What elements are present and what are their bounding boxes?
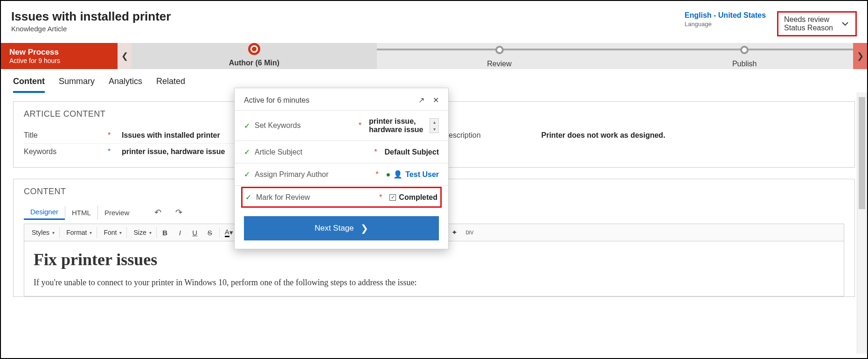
process-name-text: New Process [9, 48, 108, 57]
language-label: Language [685, 21, 766, 28]
stage-publish[interactable]: Publish [622, 44, 867, 68]
popout-icon[interactable]: ↗ [418, 96, 424, 105]
stage-dot [495, 46, 504, 54]
required-icon: * [375, 170, 378, 179]
description-value[interactable]: Printer does not work as designed. [542, 131, 666, 140]
page-subtitle: Knowledge Article [11, 25, 685, 33]
tab-related[interactable]: Related [156, 77, 185, 93]
check-icon: ✓ [244, 121, 250, 130]
toolbar-font[interactable]: Font▾ [99, 227, 127, 238]
checkbox-icon[interactable]: ✓ [389, 194, 396, 201]
language-field[interactable]: English - United States Language [685, 11, 766, 28]
flyout-row-label: Assign Primary Author [255, 170, 375, 179]
check-icon: ✓ [244, 170, 250, 179]
toolbar-size[interactable]: Size▾ [129, 227, 156, 238]
description-label: Description [444, 131, 528, 140]
flyout-row-value: Completed [399, 193, 437, 202]
flyout-row-value[interactable]: printer issue, hardware issue [369, 117, 439, 134]
flyout-title: Active for 6 minutes [244, 96, 310, 105]
required-icon: * [359, 121, 361, 130]
flyout-row-label: Article Subject [255, 148, 374, 156]
process-duration: Active for 9 hours [9, 57, 108, 64]
status-label: Status Reason [784, 24, 833, 32]
flyout-row-label: Mark for Review [256, 193, 379, 202]
title-value[interactable]: Issues with installed printer [122, 131, 220, 140]
keywords-label: Keywords [24, 148, 108, 156]
flyout-row-label: Set Keywords [255, 121, 359, 130]
vertical-scrollbar[interactable] [857, 92, 867, 353]
required-icon: * [108, 131, 122, 140]
recommended-icon: * [108, 148, 122, 156]
editor-tab-designer[interactable]: Designer [24, 205, 65, 220]
flyout-row-value[interactable]: Default Subject [385, 148, 439, 156]
next-stage-label: Next Stage [314, 224, 354, 233]
status-value: Needs review [784, 15, 833, 24]
verified-icon: ● [386, 170, 391, 179]
next-stage-button[interactable]: Next Stage ❯ [244, 216, 439, 240]
strike-icon[interactable]: S [203, 226, 216, 239]
process-bar: New Process Active for 9 hours ❮ Author … [1, 43, 867, 69]
stage-dot-active [248, 43, 260, 55]
status-reason-field[interactable]: Needs review Status Reason [777, 11, 857, 36]
stage-review[interactable]: Review [377, 44, 622, 68]
keywords-value[interactable]: printer issue, hardware issue [122, 148, 225, 156]
editor-heading: Fix printer issues [34, 250, 834, 269]
title-label: Title [24, 131, 108, 140]
div-icon[interactable]: DIV [463, 226, 476, 239]
italic-icon[interactable]: I [174, 226, 187, 239]
language-value: English - United States [685, 11, 766, 20]
process-nav-left[interactable]: ❮ [118, 43, 132, 69]
stage-publish-label: Publish [732, 60, 757, 68]
toolbar-format[interactable]: Format▾ [62, 227, 97, 238]
stage-review-label: Review [487, 60, 511, 68]
scrollbar-thumb[interactable] [859, 97, 865, 209]
toolbar-styles[interactable]: Styles▾ [27, 227, 60, 238]
tab-analytics[interactable]: Analytics [109, 77, 142, 93]
font-color-icon[interactable]: A▾ [222, 226, 236, 239]
close-icon[interactable]: ✕ [433, 96, 439, 105]
arrow-right-icon: ❯ [361, 223, 368, 234]
chevron-down-icon [841, 21, 849, 26]
tab-summary[interactable]: Summary [59, 77, 95, 93]
person-icon: 👤 [393, 170, 403, 179]
underline-icon[interactable]: U [188, 226, 201, 239]
embed-icon[interactable]: ✦ [448, 226, 461, 239]
stage-flyout: Active for 6 minutes ↗ ✕ ✓ Set Keywords … [234, 88, 449, 249]
bold-icon[interactable]: B [159, 226, 172, 239]
editor-tab-preview[interactable]: Preview [97, 206, 136, 219]
process-name[interactable]: New Process Active for 9 hours [1, 43, 118, 69]
stage-author-label: Author (6 Min) [229, 59, 279, 67]
required-icon: * [374, 148, 377, 156]
flyout-row-value[interactable]: Test User [405, 170, 439, 179]
undo-icon[interactable]: ↶ [154, 207, 161, 218]
page-title: Issues with installed printer [11, 9, 685, 24]
scroll-spinner[interactable]: ▴▾ [430, 118, 439, 133]
stage-dot [740, 46, 749, 54]
editor-tab-html[interactable]: HTML [65, 206, 97, 219]
check-icon: ✓ [245, 193, 251, 202]
editor-paragraph: If you're unable to connect to your prin… [34, 278, 834, 288]
check-icon: ✓ [244, 148, 250, 156]
stage-author[interactable]: Author (6 Min) [132, 43, 377, 69]
editor-body[interactable]: Fix printer issues If you're unable to c… [24, 241, 844, 296]
redo-icon[interactable]: ↷ [175, 207, 182, 218]
tab-content[interactable]: Content [13, 77, 45, 93]
required-icon: * [379, 193, 382, 202]
